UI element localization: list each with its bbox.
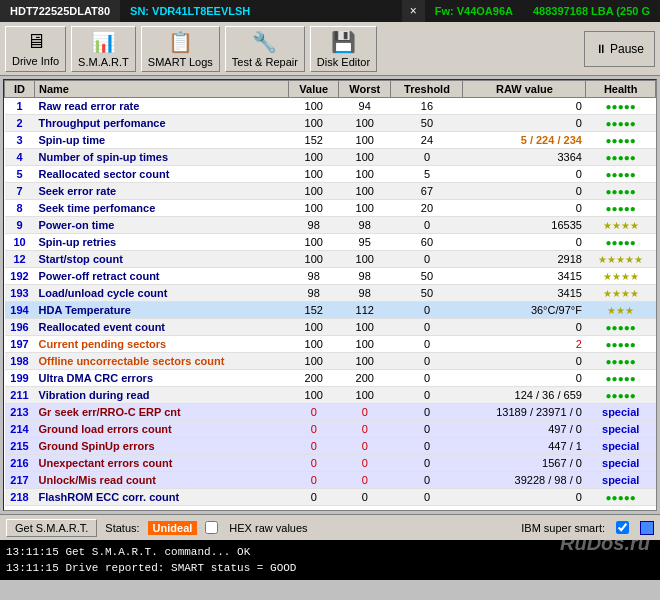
table-row: 198Offline uncorrectable sectors count10…	[5, 353, 656, 370]
ibm-square-indicator	[640, 521, 654, 535]
cell-id: 4	[5, 149, 35, 166]
cell-worst: 95	[339, 234, 391, 251]
cell-value: 152	[289, 302, 339, 319]
ibm-label: IBM super smart:	[521, 522, 605, 534]
cell-threshold: 24	[391, 132, 463, 149]
chart-icon: 📊	[91, 30, 116, 54]
cell-value: 0	[289, 455, 339, 472]
cell-name: Power-off retract count	[35, 268, 289, 285]
drive-model: HDT722525DLAT80	[0, 0, 120, 22]
table-row: 197Current pending sectors10010002●●●●●	[5, 336, 656, 353]
table-row: 199Ultra DMA CRC errors20020000●●●●●	[5, 370, 656, 387]
cell-name: Reallocated sector count	[35, 166, 289, 183]
close-button[interactable]: ×	[402, 0, 425, 22]
col-raw: RAW value	[463, 81, 586, 98]
cell-id: 12	[5, 251, 35, 268]
cell-threshold: 0	[391, 302, 463, 319]
cell-worst: 100	[339, 149, 391, 166]
repair-icon: 🔧	[252, 30, 277, 54]
cell-name: Unlock/Mis read count	[35, 472, 289, 489]
title-bar: HDT722525DLAT80 SN: VDR41LT8EEVLSH × Fw:…	[0, 0, 660, 22]
table-row: 213Gr seek err/RRO-C ERP cnt00013189 / 2…	[5, 404, 656, 421]
cell-threshold: 60	[391, 234, 463, 251]
cell-threshold: 0	[391, 489, 463, 506]
cell-raw: 5 / 224 / 234	[463, 132, 586, 149]
table-row: 2Throughput perfomance100100500●●●●●	[5, 115, 656, 132]
cell-threshold: 0	[391, 404, 463, 421]
cell-name: Seek time perfomance	[35, 200, 289, 217]
table-wrapper[interactable]: ID Name Value Worst Treshold RAW value H…	[4, 80, 656, 510]
col-threshold: Treshold	[391, 81, 463, 98]
cell-health: ●●●●●	[586, 149, 656, 166]
ibm-super-smart-checkbox[interactable]	[616, 521, 629, 534]
drive-info-label: Drive Info	[12, 55, 59, 67]
cell-id: 222	[5, 506, 35, 511]
cell-raw: 3415	[463, 285, 586, 302]
hex-label: HEX raw values	[229, 522, 307, 534]
smart-table: ID Name Value Worst Treshold RAW value H…	[4, 80, 656, 510]
cell-health: ●●●●●	[586, 353, 656, 370]
cell-value: 98	[289, 506, 339, 511]
table-row: 1Raw read error rate10094160●●●●●	[5, 98, 656, 115]
disk-icon: 💾	[331, 30, 356, 54]
cell-value: 0	[289, 421, 339, 438]
cell-threshold: 0	[391, 370, 463, 387]
drive-icon: 🖥	[26, 30, 46, 53]
cell-raw: 1567 / 0	[463, 455, 586, 472]
col-name: Name	[35, 81, 289, 98]
get-smart-button[interactable]: Get S.M.A.R.T.	[6, 519, 97, 537]
cell-raw: 36°C/97°F	[463, 302, 586, 319]
hex-checkbox[interactable]	[205, 521, 218, 534]
cell-name: Ground SpinUp errors	[35, 438, 289, 455]
table-header-row: ID Name Value Worst Treshold RAW value H…	[5, 81, 656, 98]
cell-id: 192	[5, 268, 35, 285]
table-row: 211Vibration during read1001000124 / 36 …	[5, 387, 656, 404]
cell-name: Power-on time	[35, 217, 289, 234]
cell-worst: 0	[339, 455, 391, 472]
cell-id: 213	[5, 404, 35, 421]
cell-name: FlashROM ECC corr. count	[35, 489, 289, 506]
cell-health: ●●●●●	[586, 336, 656, 353]
cell-threshold: 5	[391, 166, 463, 183]
cell-value: 100	[289, 149, 339, 166]
cell-value: 0	[289, 489, 339, 506]
cell-value: 100	[289, 234, 339, 251]
cell-health: ●●●●●	[586, 370, 656, 387]
cell-value: 100	[289, 319, 339, 336]
cell-raw: 447 / 1	[463, 438, 586, 455]
cell-threshold: 0	[391, 336, 463, 353]
cell-value: 100	[289, 251, 339, 268]
cell-raw: 0	[463, 370, 586, 387]
cell-health: ●●●●●	[586, 183, 656, 200]
cell-worst: 100	[339, 387, 391, 404]
cell-raw: 0	[463, 98, 586, 115]
cell-worst: 100	[339, 115, 391, 132]
cell-threshold: 0	[391, 319, 463, 336]
disk-editor-button[interactable]: 💾 Disk Editor	[310, 26, 377, 72]
smart-logs-button[interactable]: 📋 SMART Logs	[141, 26, 220, 72]
cell-name: Unexpectant errors count	[35, 455, 289, 472]
cell-worst: 98	[339, 217, 391, 234]
cell-health: ★★★★	[586, 285, 656, 302]
pause-label: ⏸ Pause	[595, 42, 644, 56]
smart-table-body: 1Raw read error rate10094160●●●●●2Throug…	[5, 98, 656, 511]
cell-health: special	[586, 404, 656, 421]
smart-button[interactable]: 📊 S.M.A.R.T	[71, 26, 136, 72]
cell-name: HDA Temperature	[35, 302, 289, 319]
pause-button[interactable]: ⏸ Pause	[584, 31, 655, 67]
cell-worst: 0	[339, 438, 391, 455]
cell-name: Spin-up time	[35, 132, 289, 149]
cell-threshold: 0	[391, 455, 463, 472]
drive-info-button[interactable]: 🖥 Drive Info	[5, 26, 66, 72]
table-row: 5Reallocated sector count10010050●●●●●	[5, 166, 656, 183]
table-row: 12Start/stop count10010002918★★★★★	[5, 251, 656, 268]
cell-name: Loaded hours	[35, 506, 289, 511]
col-health: Health	[586, 81, 656, 98]
cell-name: Start/stop count	[35, 251, 289, 268]
test-repair-button[interactable]: 🔧 Test & Repair	[225, 26, 305, 72]
table-row: 196Reallocated event count10010000●●●●●	[5, 319, 656, 336]
cell-worst: 98	[339, 268, 391, 285]
cell-threshold: 0	[391, 353, 463, 370]
cell-health: special	[586, 438, 656, 455]
table-row: 214Ground load errors count000497 / 0spe…	[5, 421, 656, 438]
